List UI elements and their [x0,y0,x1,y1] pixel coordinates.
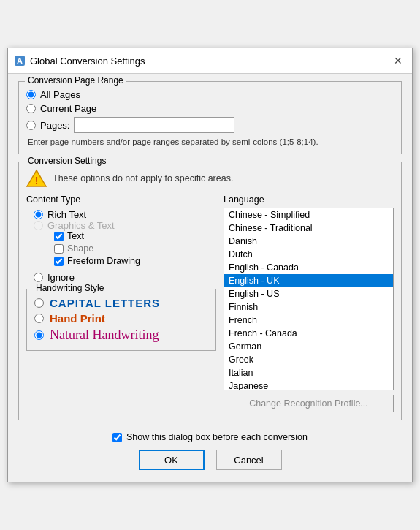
current-page-label[interactable]: Current Page [40,103,96,114]
handwriting-section: Handwriting Style CAPITAL LETTERS Hand P… [26,289,216,351]
hand-print-radio[interactable] [34,314,44,323]
language-item[interactable]: French [224,314,393,327]
language-list[interactable]: Chinese - SimplifiedChinese - Traditiona… [224,208,394,390]
page-range-hint: Enter page numbers and/or page ranges se… [28,137,394,146]
dialog-title: Global Conversion Settings [30,56,390,67]
current-page-row[interactable]: Current Page [26,103,394,114]
language-item[interactable]: Japanese [224,379,393,390]
language-item[interactable]: Greek [224,353,393,366]
cancel-button[interactable]: Cancel [216,450,282,470]
freeform-checkbox-label[interactable]: Freeform Drawing [67,256,140,266]
ignore-row[interactable]: Ignore [34,272,216,283]
language-panel: Language Chinese - SimplifiedChinese - T… [224,194,394,412]
language-item[interactable]: Chinese - Simplified [224,208,393,222]
show-dialog-checkbox[interactable] [112,433,122,442]
shape-checkbox-label[interactable]: Shape [67,243,93,254]
freeform-checkbox-row[interactable]: Freeform Drawing [54,256,216,266]
hand-print-row[interactable]: Hand Print [34,312,208,325]
svg-text:A: A [17,56,23,65]
content-type-options: Rich Text Graphics & Text Text [34,209,216,283]
capital-letters-label[interactable]: CAPITAL LETTERS [50,297,160,309]
ignore-label[interactable]: Ignore [47,272,75,283]
all-pages-label[interactable]: All Pages [40,89,80,100]
all-pages-radio[interactable] [26,90,36,99]
language-item[interactable]: Danish [224,235,393,248]
page-range-label: Conversion Page Range [25,75,126,86]
content-type-label: Content Type [26,194,216,205]
ignore-radio[interactable] [34,273,43,282]
conversion-inner: Content Type Rich Text Graphics & Text [26,194,394,412]
language-item[interactable]: French - Canada [224,327,393,340]
handwriting-label: Handwriting Style [33,283,107,293]
language-item[interactable]: English - UK [224,274,393,287]
text-checkbox[interactable] [54,232,64,241]
pages-row[interactable]: Pages: [26,117,394,133]
pages-label[interactable]: Pages: [40,120,69,131]
text-checkbox-row[interactable]: Text [54,231,216,241]
capital-letters-radio[interactable] [34,298,44,308]
change-profile-button: Change Recognition Profile... [224,395,394,412]
graphics-text-radio [34,221,43,230]
global-conversion-dialog: A Global Conversion Settings ✕ Conversio… [7,48,413,482]
content-type-panel: Content Type Rich Text Graphics & Text [26,194,216,412]
bottom-section: Show this dialog box before each convers… [18,428,402,474]
svg-text:!: ! [35,175,39,186]
graphics-text-row: Graphics & Text [34,220,216,231]
freeform-checkbox[interactable] [54,257,64,266]
language-item[interactable]: English - Canada [224,261,393,274]
ok-button[interactable]: OK [139,450,205,470]
show-dialog-label[interactable]: Show this dialog box before each convers… [126,432,308,442]
natural-handwriting-label[interactable]: Natural Handwriting [50,328,159,343]
language-item[interactable]: English - US [224,287,393,300]
graphics-text-label: Graphics & Text [47,220,115,231]
shape-checkbox-row[interactable]: Shape [54,243,216,254]
language-item[interactable]: Finnish [224,300,393,314]
current-page-radio[interactable] [26,104,36,113]
warning-icon: ! [26,168,47,189]
button-row: OK Cancel [139,450,282,470]
language-item[interactable]: Dutch [224,248,393,261]
show-dialog-row[interactable]: Show this dialog box before each convers… [112,432,308,442]
page-range-options: All Pages Current Page Pages: [26,89,394,133]
natural-handwriting-row[interactable]: Natural Handwriting [34,328,208,343]
rich-text-row[interactable]: Rich Text [34,209,216,220]
capital-letters-row[interactable]: CAPITAL LETTERS [34,297,208,309]
close-button[interactable]: ✕ [390,53,406,69]
handwriting-options: CAPITAL LETTERS Hand Print Natural Handw… [34,297,208,343]
page-range-section: Conversion Page Range All Pages Current … [18,81,402,154]
warning-text: These options do not apply to specific a… [53,173,233,183]
conversion-settings-label: Conversion Settings [25,156,109,166]
sub-options: Text Shape Freeform Drawing [54,231,216,266]
rich-text-label[interactable]: Rich Text [47,209,86,220]
rich-text-radio[interactable] [34,210,43,219]
language-item[interactable]: German [224,340,393,353]
pages-input[interactable] [74,117,234,133]
warning-row: ! These options do not apply to specific… [26,168,394,189]
language-item[interactable]: Chinese - Traditional [224,222,393,235]
natural-handwriting-radio[interactable] [34,330,44,340]
hand-print-label[interactable]: Hand Print [50,312,105,325]
shape-checkbox[interactable] [54,244,64,254]
all-pages-row[interactable]: All Pages [26,89,394,100]
language-item[interactable]: Italian [224,366,393,379]
conversion-settings-section: Conversion Settings ! These options do n… [18,162,402,420]
language-label: Language [224,194,394,205]
dialog-body: Conversion Page Range All Pages Current … [8,74,412,482]
pages-radio[interactable] [26,121,36,130]
dialog-icon: A [14,55,26,67]
title-bar: A Global Conversion Settings ✕ [8,48,412,74]
text-checkbox-label[interactable]: Text [67,231,84,241]
